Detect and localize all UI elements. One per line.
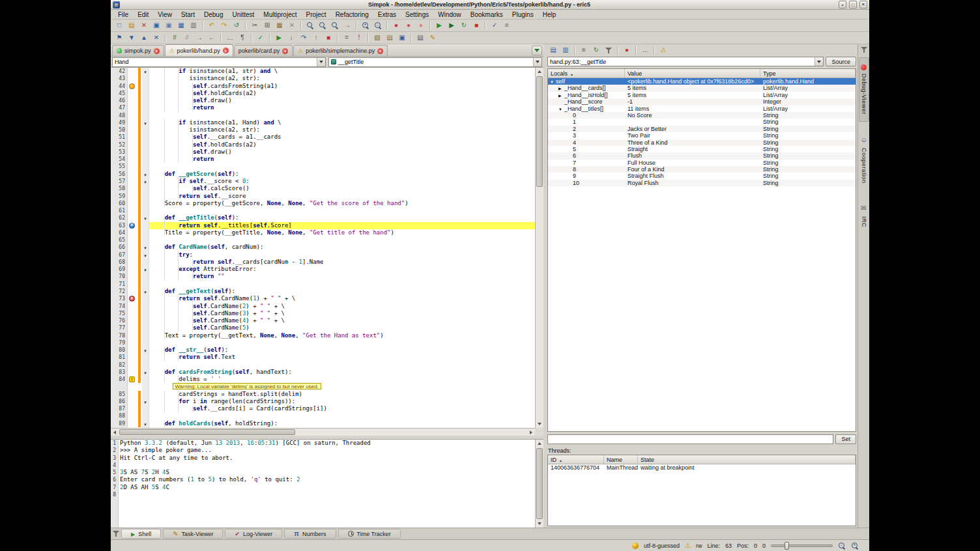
- marker-cell[interactable]: [128, 178, 136, 185]
- scroll-down-icon[interactable]: [536, 520, 543, 528]
- calltip-icon[interactable]: ¶: [237, 33, 248, 43]
- marker-cell[interactable]: [128, 222, 136, 229]
- editor-tab[interactable]: pokerlib/hand.py: [165, 44, 233, 56]
- marker-cell[interactable]: [128, 346, 136, 354]
- save-icon[interactable]: ▣: [151, 20, 162, 31]
- menu-bookmarks[interactable]: Bookmarks: [466, 10, 508, 19]
- locals-row[interactable]: self<pokerlib.hand.Hand object at 0x7f63…: [548, 78, 856, 85]
- zoom-slider[interactable]: [771, 544, 833, 547]
- code-line[interactable]: def __getTitle(self):: [149, 214, 535, 221]
- search-icon[interactable]: [304, 20, 316, 31]
- marker-cell[interactable]: [128, 251, 136, 259]
- scroll-right-icon[interactable]: [527, 429, 535, 436]
- code-line[interactable]: self.CardName(3) + " " + \: [149, 310, 535, 317]
- stack-icon[interactable]: ≡: [578, 45, 590, 55]
- fold-cell[interactable]: [142, 251, 149, 259]
- code-line[interactable]: [149, 361, 535, 369]
- marker-cell[interactable]: [128, 214, 136, 221]
- marker-cell[interactable]: [128, 185, 136, 192]
- code-line[interactable]: delims = ' ': [149, 376, 535, 383]
- unittest-icon[interactable]: ✓: [489, 20, 500, 31]
- marker-cell[interactable]: [128, 163, 136, 170]
- locals-row[interactable]: 4Three of a KindString: [548, 139, 856, 146]
- code-editor[interactable]: 4243444546474849505152535455565758596061…: [111, 68, 543, 436]
- code-line[interactable]: [149, 339, 535, 346]
- stop-script-icon[interactable]: ■: [470, 20, 482, 31]
- marker-cell[interactable]: [128, 281, 136, 288]
- editor-tab[interactable]: pokerlib/simplemachine.py: [293, 45, 388, 56]
- clear-breakpoints-icon[interactable]: ●: [415, 20, 427, 31]
- show-source-icon[interactable]: ▤: [547, 45, 559, 55]
- locals-row[interactable]: _Hand__titles[]11 itemsList/Array: [548, 106, 856, 112]
- marker-cell[interactable]: [128, 104, 136, 111]
- column-header-value[interactable]: Value: [625, 69, 760, 78]
- fold-cell[interactable]: [142, 369, 149, 376]
- scrollbar-thumb-horizontal[interactable]: [119, 429, 295, 435]
- zoom-in-icon[interactable]: [360, 20, 371, 31]
- dock-tab-debug-viewer[interactable]: Debug-Viewer: [859, 57, 869, 122]
- menu-project[interactable]: Project: [302, 10, 331, 19]
- bookmark-toggle-icon[interactable]: ⚑: [113, 33, 125, 43]
- zoom-slider-handle[interactable]: [785, 542, 789, 550]
- menu-edit[interactable]: Edit: [133, 10, 153, 19]
- marker-cell[interactable]: [128, 200, 136, 207]
- filter-icon[interactable]: [603, 45, 614, 55]
- column-header-state[interactable]: State: [638, 455, 856, 464]
- marker-cell[interactable]: [128, 361, 136, 369]
- unindent-icon[interactable]: ←: [206, 33, 218, 43]
- scroll-up-icon[interactable]: [536, 68, 543, 76]
- fold-open-icon[interactable]: [143, 264, 147, 274]
- marker-cell[interactable]: [128, 288, 136, 295]
- zoom-out-icon[interactable]: [372, 20, 384, 31]
- tab-close-icon[interactable]: [223, 48, 229, 53]
- code-line[interactable]: if isinstance(a1, str) and \: [149, 68, 535, 75]
- evaluate-icon[interactable]: =: [341, 33, 353, 43]
- refresh-icon[interactable]: ↻: [590, 45, 602, 55]
- fold-open-icon[interactable]: [143, 419, 147, 428]
- locals-row[interactable]: 8Four of a KindString: [548, 166, 856, 173]
- menu-multiproject[interactable]: Multiproject: [259, 10, 301, 19]
- titlebar[interactable]: Simpok - /home/detlev/Development/Python…: [111, 0, 869, 10]
- code-line[interactable]: def CardName(self, cardNum):: [149, 244, 535, 251]
- comment-icon[interactable]: #: [169, 33, 180, 43]
- tab-list-button[interactable]: [532, 46, 542, 55]
- marker-cell[interactable]: [128, 273, 136, 280]
- marker-cell[interactable]: [128, 295, 136, 302]
- locals-row[interactable]: 5StraightString: [548, 146, 856, 152]
- task-marker-icon[interactable]: [129, 83, 135, 89]
- editor-tab[interactable]: pokerlib/card.py: [234, 45, 293, 56]
- menu-help[interactable]: Help: [538, 10, 561, 19]
- code-line[interactable]: isinstance(a2, str):: [149, 75, 535, 82]
- locals-row[interactable]: _Hand__cards[]5 itemsList/Array: [548, 85, 856, 91]
- code-line[interactable]: if isinstance(a1, Hand) and \: [149, 119, 535, 126]
- bookmark-prev-icon[interactable]: ▲: [138, 33, 150, 43]
- step-out-icon[interactable]: ↑: [310, 33, 322, 43]
- marker-cell[interactable]: [128, 259, 136, 266]
- locals-row[interactable]: _Hand__score-1Integer: [548, 98, 856, 105]
- menu-window[interactable]: Window: [433, 10, 466, 19]
- code-line[interactable]: [149, 236, 535, 244]
- marker-cell[interactable]: [128, 75, 136, 82]
- tab-close-icon[interactable]: [377, 48, 383, 54]
- code-line[interactable]: self.CardName(2) + " " + \: [149, 303, 535, 310]
- member-combo[interactable]: __getTitle: [328, 57, 542, 67]
- autocomplete-icon[interactable]: …: [224, 33, 236, 43]
- minimize-button[interactable]: [839, 1, 846, 8]
- fold-cell[interactable]: [142, 214, 149, 221]
- fold-open-icon[interactable]: [143, 177, 147, 186]
- marker-cell[interactable]: [128, 229, 136, 236]
- code-line[interactable]: def cardsFromString(self, handText):: [149, 369, 535, 376]
- exception-icon[interactable]: ⚠: [657, 45, 669, 55]
- code-line[interactable]: def __str__(self):: [149, 346, 535, 354]
- cut-icon[interactable]: ✂: [249, 20, 261, 31]
- code-line[interactable]: def __getText(self):: [149, 288, 535, 295]
- bottom-tab-task-viewer[interactable]: Task-Viewer: [163, 529, 223, 539]
- locals-row[interactable]: 2Jacks or BetterString: [548, 126, 856, 132]
- sync-frame-icon[interactable]: ▥: [560, 45, 571, 55]
- class-combo[interactable]: Hand: [112, 57, 326, 67]
- restart-icon[interactable]: ↻: [458, 20, 470, 31]
- project-open-icon[interactable]: ▤: [384, 33, 396, 43]
- code-line[interactable]: self.cardsFromString(a1): [149, 83, 535, 90]
- bookmark-next-icon[interactable]: ▼: [126, 33, 137, 43]
- source-button[interactable]: Source: [826, 57, 856, 66]
